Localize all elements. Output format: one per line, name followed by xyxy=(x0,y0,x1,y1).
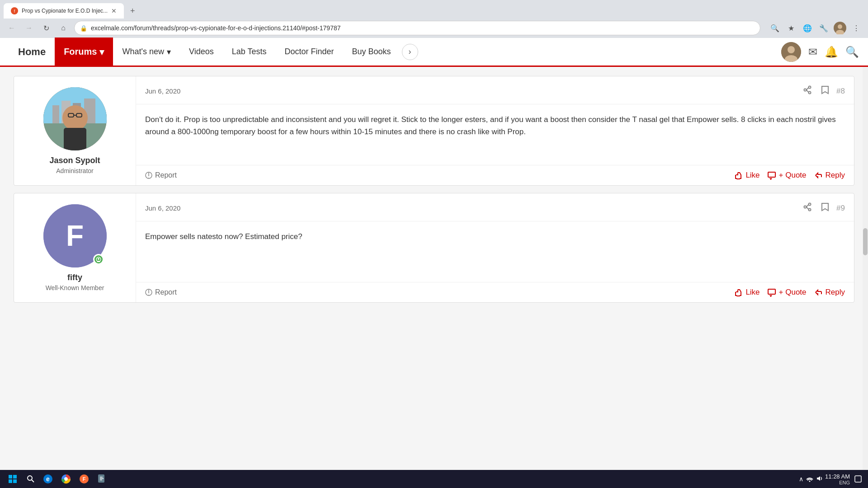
favorites-icon[interactable]: ★ xyxy=(785,22,797,34)
svg-point-31 xyxy=(809,209,811,211)
like-button[interactable]: Like xyxy=(734,171,760,180)
tab-bar: f Prop vs Cypionate for E.O.D Injec... ✕… xyxy=(0,0,868,18)
scroll-thumb[interactable] xyxy=(863,228,868,255)
taskbar-clock[interactable]: 11:28 AM ENG xyxy=(825,473,850,485)
author-role: Administrator xyxy=(56,167,93,174)
whats-new-dropdown-icon: ▾ xyxy=(167,47,171,57)
browser-chrome: f Prop vs Cypionate for E.O.D Injec... ✕… xyxy=(0,0,868,38)
svg-rect-39 xyxy=(9,479,12,483)
svg-point-22 xyxy=(804,89,807,91)
nav-home-link[interactable]: Home xyxy=(9,38,55,66)
post-author-sidebar: F fifty Well-Known Member xyxy=(14,193,136,302)
forward-button[interactable]: → xyxy=(23,22,35,34)
nav-whats-new-link[interactable]: What's new ▾ xyxy=(113,38,179,66)
clock-time: 11:28 AM xyxy=(825,473,850,480)
svg-rect-37 xyxy=(9,475,12,479)
reply-label: Reply xyxy=(826,171,845,180)
browser-menu-icon[interactable]: ⋮ xyxy=(850,22,863,34)
bookmark-button[interactable] xyxy=(819,84,831,99)
user-profile-icon[interactable] xyxy=(834,22,846,34)
reply-button[interactable]: Reply xyxy=(814,288,845,297)
svg-point-32 xyxy=(804,206,807,208)
url-text: excelmale.com/forum/threads/prop-vs-cypi… xyxy=(91,24,755,32)
nav-lab-tests-link[interactable]: Lab Tests xyxy=(223,38,276,66)
reply-button[interactable]: Reply xyxy=(814,171,845,180)
home-page-button[interactable]: ⌂ xyxy=(57,22,70,34)
nav-forums-link[interactable]: Forums ▾ xyxy=(55,38,113,66)
post-card: Jason Sypolt Administrator Jun 6, 2020 xyxy=(14,76,854,186)
nav-right-icons: ✉ 🔔 🔍 xyxy=(781,42,859,62)
svg-rect-38 xyxy=(13,475,17,479)
svg-line-24 xyxy=(807,90,809,92)
author-name: fifty xyxy=(67,273,82,282)
post-text: Don't do it. Prop is too unpredictable a… xyxy=(145,113,845,138)
report-button[interactable]: Report xyxy=(145,288,177,296)
svg-rect-26 xyxy=(768,172,775,177)
report-label: Report xyxy=(155,171,177,179)
taskbar-time-display: 11:28 AM ENG xyxy=(825,473,850,485)
nav-videos-link[interactable]: Videos xyxy=(180,38,223,66)
svg-rect-36 xyxy=(768,289,775,294)
post-main-content: Jun 6, 2020 xyxy=(136,193,854,302)
search-toolbar-icon[interactable]: 🔍 xyxy=(769,22,781,34)
notifications-icon[interactable]: 🔔 xyxy=(825,46,838,58)
taskbar-search-button[interactable] xyxy=(24,472,38,486)
svg-point-20 xyxy=(809,86,811,89)
avatar-image xyxy=(43,87,107,150)
svg-text:e: e xyxy=(46,475,50,483)
quote-label: + Quote xyxy=(779,288,807,297)
sound-icon[interactable] xyxy=(816,475,823,483)
svg-point-28 xyxy=(98,258,99,260)
quote-button[interactable]: + Quote xyxy=(767,171,807,180)
taskbar-arrow-icon[interactable]: ∧ xyxy=(799,475,803,483)
network-icon[interactable] xyxy=(806,475,813,483)
author-name: Jason Sypolt xyxy=(49,156,100,165)
post-body: Don't do it. Prop is too unpredictable a… xyxy=(136,104,854,165)
address-bar-row: ← → ↻ ⌂ 🔒 excelmale.com/forum/threads/pr… xyxy=(0,18,868,38)
share-button[interactable] xyxy=(801,201,814,216)
taskbar-app-icon[interactable]: F xyxy=(76,471,92,487)
report-button[interactable]: Report xyxy=(145,171,177,179)
nav-doctor-finder-link[interactable]: Doctor Finder xyxy=(275,38,343,66)
back-button[interactable]: ← xyxy=(5,22,18,34)
svg-rect-54 xyxy=(855,476,861,482)
taskbar-notification-icon[interactable] xyxy=(852,473,864,485)
post-footer: Report Like + Quote xyxy=(136,282,854,302)
content-area: Jason Sypolt Administrator Jun 6, 2020 xyxy=(0,67,868,470)
new-tab-button[interactable]: + xyxy=(126,5,140,18)
taskbar-edge-icon[interactable]: e xyxy=(40,471,56,487)
address-bar[interactable]: 🔒 excelmale.com/forum/threads/prop-vs-cy… xyxy=(74,21,760,35)
taskbar-system-icons: ∧ xyxy=(799,475,823,483)
nav-more-button[interactable]: › xyxy=(402,44,418,60)
nav-buy-books-link[interactable]: Buy Books xyxy=(343,38,400,66)
user-avatar[interactable] xyxy=(781,42,801,62)
svg-line-23 xyxy=(807,88,809,90)
tab-title: Prop vs Cypionate for E.O.D Injec... xyxy=(22,8,108,14)
messages-icon[interactable]: ✉ xyxy=(808,46,817,58)
share-button[interactable] xyxy=(801,84,814,99)
svg-rect-10 xyxy=(52,105,59,123)
taskbar-file-icon[interactable] xyxy=(94,471,110,487)
browser-tab[interactable]: f Prop vs Cypionate for E.O.D Injec... ✕ xyxy=(4,3,124,19)
buy-books-label: Buy Books xyxy=(352,47,391,56)
svg-point-21 xyxy=(809,92,811,94)
tab-close-button[interactable]: ✕ xyxy=(111,7,117,14)
doctor-finder-label: Doctor Finder xyxy=(284,47,334,56)
post-card: F fifty Well-Known Member Jun 6, 2020 xyxy=(14,193,854,303)
post-text: Empower sells natesto now? Estimated pri… xyxy=(145,230,845,243)
scrollbar[interactable] xyxy=(863,67,868,470)
taskbar-chrome-icon[interactable] xyxy=(58,471,74,487)
site-header: Home Forums ▾ What's new ▾ Videos Lab Te… xyxy=(0,38,868,67)
start-button[interactable] xyxy=(4,472,22,486)
post-top-actions: #9 xyxy=(801,201,845,216)
extension-icon-2[interactable]: 🔧 xyxy=(817,22,830,34)
refresh-button[interactable]: ↻ xyxy=(40,22,52,34)
bookmark-button[interactable] xyxy=(819,201,831,216)
extension-icon-1[interactable]: 🌐 xyxy=(801,22,814,34)
like-button[interactable]: Like xyxy=(734,288,760,297)
search-icon[interactable]: 🔍 xyxy=(845,46,859,58)
avatar-wrapper xyxy=(43,87,107,150)
post-date: Jun 6, 2020 xyxy=(145,204,801,212)
quote-button[interactable]: + Quote xyxy=(767,288,807,297)
post-date: Jun 6, 2020 xyxy=(145,87,801,95)
